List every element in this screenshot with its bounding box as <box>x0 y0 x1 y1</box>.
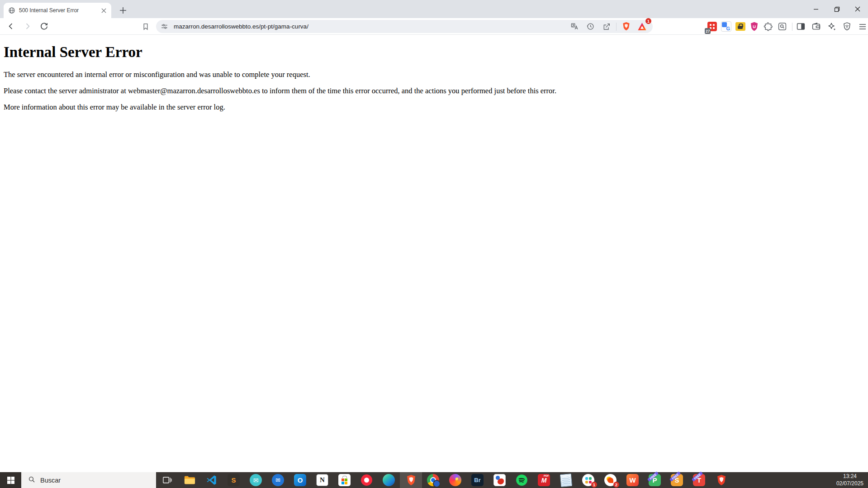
vpn-shield-icon[interactable] <box>841 20 853 33</box>
restore-button[interactable] <box>826 0 847 18</box>
thunderbird-icon: ✉ <box>272 474 284 486</box>
bridge-icon: Br <box>471 474 484 486</box>
browser-tab[interactable]: 500 Internal Server Error <box>4 3 111 18</box>
taskbar-search-input[interactable]: Buscar <box>21 472 156 488</box>
gtranslate-glyph: G <box>721 21 731 32</box>
taskbar-vscode[interactable] <box>200 472 223 488</box>
taskbar-wps-writer[interactable]: T FREE <box>688 472 710 488</box>
pdf-icon: M PDF <box>538 474 550 486</box>
forward-icon[interactable] <box>21 20 33 33</box>
task-view-button[interactable] <box>156 472 178 488</box>
extension-badge: 27 <box>705 28 711 34</box>
url-bar[interactable]: mazarron.desarrolloswebbto.es/pt-pt/gama… <box>156 20 653 33</box>
taskbar-outlook[interactable]: O <box>289 472 311 488</box>
taskbar-adobe-bridge[interactable]: Br <box>466 472 489 488</box>
clock-time: 13:24 <box>836 473 863 480</box>
divider <box>792 23 792 31</box>
taskbar-thunderbird[interactable]: ✉ <box>267 472 289 488</box>
globe-icon <box>8 7 15 14</box>
google-translate-extension-icon[interactable]: G <box>721 21 731 32</box>
ublock-extension-icon[interactable]: U <box>749 21 759 32</box>
clock-date: 02/07/2025 <box>836 480 863 488</box>
taskbar-paint-app[interactable] <box>489 472 511 488</box>
menu-icon[interactable] <box>856 20 868 33</box>
wps-office-icon: W <box>626 474 639 486</box>
leo-ai-icon[interactable] <box>825 20 838 33</box>
chrome-profile-badge <box>433 480 441 488</box>
brave-rewards-icon[interactable]: 1 <box>636 20 648 33</box>
tab-close-icon[interactable] <box>100 6 108 14</box>
taskbar-wps-office[interactable]: W <box>621 472 644 488</box>
extensions-puzzle-icon[interactable] <box>763 21 773 32</box>
notion-icon: N <box>316 474 328 486</box>
search-panel-icon[interactable] <box>777 21 787 32</box>
nav-buttons <box>5 18 50 34</box>
sublime-icon: S <box>228 474 240 486</box>
wps-presentation-icon: P FREE <box>649 474 661 486</box>
taskbar-wps-presentation[interactable]: P FREE <box>644 472 666 488</box>
start-button[interactable] <box>0 472 21 488</box>
error-paragraph: The server encountered an internal error… <box>4 70 864 79</box>
error-paragraph: More information about this error may be… <box>4 103 864 112</box>
error-paragraph: Please contact the server administrator … <box>4 86 864 96</box>
search-icon <box>28 476 35 485</box>
rewards-badge: 1 <box>645 18 651 24</box>
back-icon[interactable] <box>5 20 17 33</box>
taskbar-brave-active[interactable] <box>400 472 422 488</box>
bookmark-icon[interactable] <box>139 20 152 33</box>
password-manager-extension-icon[interactable] <box>735 21 745 32</box>
divider <box>616 23 617 31</box>
tab-title: 500 Internal Server Error <box>19 7 100 14</box>
toolbar-right-icons <box>795 20 868 33</box>
chat-badge: 2 <box>613 482 619 488</box>
urlbar-actions: 1 <box>569 20 648 33</box>
wayback-icon[interactable] <box>584 20 597 33</box>
firefox-icon <box>449 474 461 486</box>
svg-text:U: U <box>753 24 756 29</box>
taskbar-notion[interactable]: N <box>311 472 333 488</box>
taskbar-brave[interactable] <box>710 472 732 488</box>
wallet-icon[interactable] <box>810 20 822 33</box>
edge-icon <box>383 474 395 486</box>
minimize-button[interactable] <box>806 0 826 18</box>
new-tab-button[interactable] <box>117 4 129 17</box>
translate-icon[interactable] <box>569 20 581 33</box>
search-placeholder: Buscar <box>40 477 61 484</box>
taskbar-notepad[interactable] <box>555 472 577 488</box>
taskbar-firefox[interactable] <box>444 472 466 488</box>
taskbar-edge[interactable] <box>378 472 400 488</box>
taskbar-mail-app[interactable]: ✉ <box>245 472 267 488</box>
taskbar: Buscar S ✉ ✉ O N <box>0 472 868 488</box>
taskbar-microsoft-store[interactable] <box>333 472 356 488</box>
brave-shields-icon[interactable] <box>620 20 632 33</box>
taskbar-master-pdf[interactable]: M PDF <box>533 472 555 488</box>
taskbar-clock[interactable]: 13:24 02/07/2025 <box>836 472 868 488</box>
taskbar-file-explorer[interactable] <box>178 472 200 488</box>
page-title: Internal Server Error <box>4 44 864 61</box>
paint-icon <box>493 474 506 486</box>
tune-icon[interactable] <box>160 22 169 31</box>
taskbar-opera[interactable] <box>356 472 378 488</box>
taskbar-sublime-text[interactable]: S <box>223 472 245 488</box>
close-window-button[interactable] <box>847 0 868 18</box>
url-text: mazarron.desarrolloswebbto.es/pt-pt/gama… <box>174 23 569 30</box>
taskbar-chrome-profile[interactable] <box>422 472 444 488</box>
reload-icon[interactable] <box>38 20 50 33</box>
taskbar-spotify[interactable] <box>511 472 533 488</box>
share-icon[interactable] <box>600 20 612 33</box>
outlook-icon: O <box>294 474 306 486</box>
taskbar-slack[interactable]: 1 <box>577 472 599 488</box>
wps-spreadsheets-icon: S FREE <box>671 474 683 486</box>
browser-toolbar: mazarron.desarrolloswebbto.es/pt-pt/gama… <box>0 18 868 35</box>
screen: 500 Internal Server Error <box>0 0 868 488</box>
opera-icon <box>361 474 372 486</box>
taskbar-wps-spreadsheets[interactable]: S FREE <box>666 472 688 488</box>
slack-badge: 1 <box>591 482 597 488</box>
wps-writer-icon: T FREE <box>693 474 705 486</box>
notepad-icon <box>560 473 572 487</box>
red-dots-extension-icon[interactable]: 27 <box>707 21 717 32</box>
extension-icons: 27 G U <box>707 20 792 33</box>
ms-store-icon <box>338 474 351 486</box>
sidebar-toggle-icon[interactable] <box>795 20 807 33</box>
taskbar-chat-app[interactable]: 2 <box>599 472 621 488</box>
